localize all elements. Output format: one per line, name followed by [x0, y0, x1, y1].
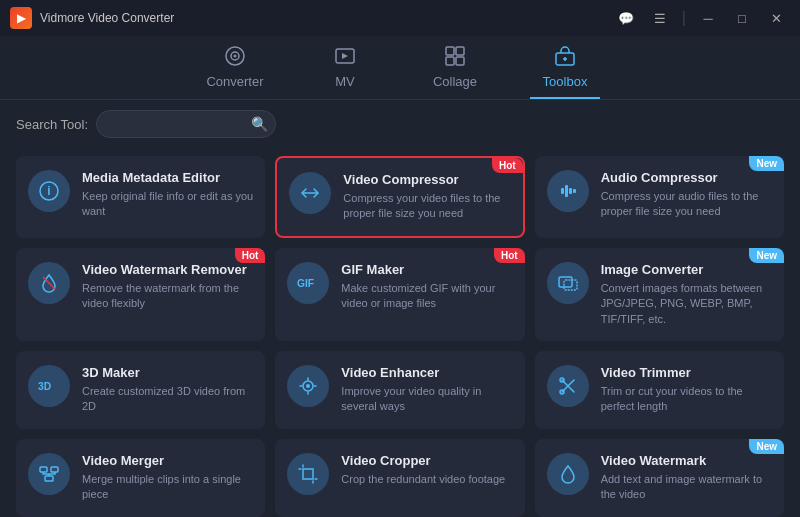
- toolbox-icon: [554, 45, 576, 70]
- tool-title-video-watermark-remover: Video Watermark Remover: [82, 262, 253, 277]
- content-area: i Media Metadata Editor Keep original fi…: [0, 148, 800, 517]
- tool-title-video-enhancer: Video Enhancer: [341, 365, 512, 380]
- tool-title-video-compressor: Video Compressor: [343, 172, 510, 187]
- svg-rect-5: [456, 47, 464, 55]
- svg-text:GIF: GIF: [297, 278, 314, 289]
- search-label: Search Tool:: [16, 117, 88, 132]
- tool-desc-video-trimmer: Trim or cut your videos to the perfect l…: [601, 384, 772, 415]
- tab-collage[interactable]: Collage: [420, 45, 490, 99]
- tool-icon-video-watermark: [547, 453, 589, 495]
- tool-icon-video-trimmer: [547, 365, 589, 407]
- search-input[interactable]: [96, 110, 276, 138]
- tab-toolbox-label: Toolbox: [543, 74, 588, 89]
- svg-text:3D: 3D: [38, 381, 51, 392]
- tool-card-video-watermark-remover[interactable]: Hot Video Watermark Remover Remove the w…: [16, 248, 265, 341]
- close-button[interactable]: ✕: [762, 8, 790, 28]
- tab-collage-label: Collage: [433, 74, 477, 89]
- tool-title-gif-maker: GIF Maker: [341, 262, 512, 277]
- tool-info-video-compressor: Video Compressor Compress your video fil…: [343, 172, 510, 222]
- app-title: Vidmore Video Converter: [40, 11, 612, 25]
- tool-icon-video-compressor: [289, 172, 331, 214]
- tool-title-3d-maker: 3D Maker: [82, 365, 253, 380]
- app-logo: ▶: [10, 7, 32, 29]
- svg-rect-14: [561, 188, 564, 194]
- svg-rect-27: [40, 467, 47, 472]
- search-bar: Search Tool: 🔍: [0, 100, 800, 148]
- tool-icon-3d-maker: 3D: [28, 365, 70, 407]
- tool-desc-video-merger: Merge multiple clips into a single piece: [82, 472, 253, 503]
- tool-info-image-converter: Image Converter Convert images formats b…: [601, 262, 772, 327]
- tool-badge-video-watermark-remover: Hot: [235, 248, 266, 263]
- nav-tabs: Converter MV Collage: [0, 36, 800, 100]
- tab-converter[interactable]: Converter: [200, 45, 270, 99]
- tool-title-audio-compressor: Audio Compressor: [601, 170, 772, 185]
- svg-rect-20: [559, 277, 572, 287]
- tool-desc-gif-maker: Make customized GIF with your video or i…: [341, 281, 512, 312]
- tool-title-video-trimmer: Video Trimmer: [601, 365, 772, 380]
- tool-desc-video-cropper: Crop the redundant video footage: [341, 472, 512, 487]
- mv-icon: [334, 45, 356, 70]
- svg-text:i: i: [47, 184, 50, 198]
- tool-desc-audio-compressor: Compress your audio files to the proper …: [601, 189, 772, 220]
- tool-desc-image-converter: Convert images formats between JPG/JPEG,…: [601, 281, 772, 327]
- tool-desc-media-metadata-editor: Keep original file info or edit as you w…: [82, 189, 253, 220]
- tool-title-video-cropper: Video Cropper: [341, 453, 512, 468]
- tool-badge-video-compressor: Hot: [492, 158, 523, 173]
- tool-desc-3d-maker: Create customized 3D video from 2D: [82, 384, 253, 415]
- svg-line-18: [43, 277, 55, 289]
- tool-card-video-enhancer[interactable]: Video Enhancer Improve your video qualit…: [275, 351, 524, 429]
- svg-rect-28: [51, 467, 58, 472]
- tool-icon-video-merger: [28, 453, 70, 495]
- tool-badge-video-watermark: New: [749, 439, 784, 454]
- tool-card-image-converter[interactable]: New Image Converter Convert images forma…: [535, 248, 784, 341]
- menu-button[interactable]: ☰: [646, 8, 674, 28]
- tool-card-video-cropper[interactable]: Video Cropper Crop the redundant video f…: [275, 439, 524, 517]
- tool-card-media-metadata-editor[interactable]: i Media Metadata Editor Keep original fi…: [16, 156, 265, 238]
- tab-converter-label: Converter: [206, 74, 263, 89]
- tool-info-video-watermark: Video Watermark Add text and image water…: [601, 453, 772, 503]
- tool-icon-image-converter: [547, 262, 589, 304]
- svg-rect-15: [565, 185, 568, 197]
- tool-info-video-watermark-remover: Video Watermark Remover Remove the water…: [82, 262, 253, 312]
- tools-grid: i Media Metadata Editor Keep original fi…: [0, 148, 800, 517]
- tab-mv-label: MV: [335, 74, 355, 89]
- maximize-button[interactable]: □: [728, 8, 756, 28]
- tool-info-gif-maker: GIF Maker Make customized GIF with your …: [341, 262, 512, 312]
- tool-badge-audio-compressor: New: [749, 156, 784, 171]
- tool-icon-media-metadata-editor: i: [28, 170, 70, 212]
- tool-card-3d-maker[interactable]: 3D 3D Maker Create customized 3D video f…: [16, 351, 265, 429]
- tool-desc-video-enhancer: Improve your video quality in several wa…: [341, 384, 512, 415]
- tool-desc-video-compressor: Compress your video files to the proper …: [343, 191, 510, 222]
- tool-icon-gif-maker: GIF: [287, 262, 329, 304]
- tab-toolbox[interactable]: Toolbox: [530, 45, 600, 99]
- tab-mv[interactable]: MV: [310, 45, 380, 99]
- window-controls: 💬 ☰ | ─ □ ✕: [612, 8, 790, 28]
- tool-card-audio-compressor[interactable]: New Audio Compressor Compress your audio…: [535, 156, 784, 238]
- tool-info-audio-compressor: Audio Compressor Compress your audio fil…: [601, 170, 772, 220]
- tool-desc-video-watermark: Add text and image watermark to the vide…: [601, 472, 772, 503]
- tool-icon-audio-compressor: [547, 170, 589, 212]
- tool-info-media-metadata-editor: Media Metadata Editor Keep original file…: [82, 170, 253, 220]
- tool-badge-image-converter: New: [749, 248, 784, 263]
- minimize-button[interactable]: ─: [694, 8, 722, 28]
- tool-icon-video-enhancer: [287, 365, 329, 407]
- svg-rect-31: [303, 469, 313, 479]
- tool-card-video-watermark[interactable]: New Video Watermark Add text and image w…: [535, 439, 784, 517]
- tool-card-video-trimmer[interactable]: Video Trimmer Trim or cut your videos to…: [535, 351, 784, 429]
- tool-card-video-merger[interactable]: Video Merger Merge multiple clips into a…: [16, 439, 265, 517]
- tool-title-video-merger: Video Merger: [82, 453, 253, 468]
- tool-card-gif-maker[interactable]: Hot GIF GIF Maker Make customized GIF wi…: [275, 248, 524, 341]
- tool-icon-video-watermark-remover: [28, 262, 70, 304]
- svg-point-24: [306, 384, 310, 388]
- tool-info-video-enhancer: Video Enhancer Improve your video qualit…: [341, 365, 512, 415]
- tool-title-media-metadata-editor: Media Metadata Editor: [82, 170, 253, 185]
- tool-card-video-compressor[interactable]: Hot Video Compressor Compress your video…: [275, 156, 524, 238]
- tool-info-video-trimmer: Video Trimmer Trim or cut your videos to…: [601, 365, 772, 415]
- tool-info-3d-maker: 3D Maker Create customized 3D video from…: [82, 365, 253, 415]
- svg-rect-16: [569, 188, 572, 194]
- search-input-wrap: 🔍: [96, 110, 276, 138]
- chat-button[interactable]: 💬: [612, 8, 640, 28]
- tool-badge-gif-maker: Hot: [494, 248, 525, 263]
- svg-point-2: [234, 55, 237, 58]
- tool-icon-video-cropper: [287, 453, 329, 495]
